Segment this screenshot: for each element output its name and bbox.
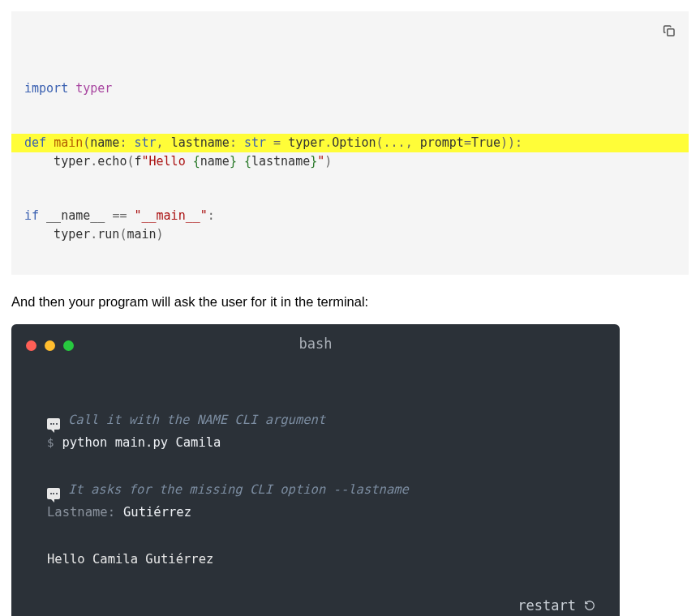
terminal-command-line: $ python main.py Camila	[47, 433, 584, 452]
terminal-output: Hello Camila Gutiérrez	[47, 550, 213, 569]
code-line: typer.run(main)	[11, 225, 689, 244]
window-controls	[26, 340, 74, 351]
minimize-dot-icon	[45, 340, 55, 351]
prompt-symbol: $	[47, 434, 54, 452]
code-line	[11, 170, 689, 189]
terminal-title: bash	[299, 333, 333, 354]
code-line	[11, 116, 689, 135]
python-code-block: import typerdef main(name: str, lastname…	[11, 11, 689, 275]
comment-icon	[47, 418, 60, 430]
close-dot-icon	[26, 340, 37, 351]
code-line: if __name__ == "__main__":	[11, 207, 689, 225]
code-line: typer.echo(f"Hello {name} {lastname}")	[11, 152, 689, 171]
copy-button[interactable]	[658, 19, 681, 42]
comment-icon	[47, 488, 60, 499]
terminal-comment: Call it with the NAME CLI argument	[68, 410, 325, 430]
terminal-titlebar: bash	[11, 324, 620, 365]
svg-rect-0	[668, 29, 674, 36]
terminal-footer: restart	[11, 592, 620, 616]
code-line: def main(name: str, lastname: str = type…	[11, 134, 689, 152]
terminal-prompt-line: Lastname: Gutiérrez	[47, 503, 584, 522]
prompt-label: Lastname:	[47, 503, 115, 522]
maximize-dot-icon	[63, 340, 74, 351]
terminal-comment-line: It asks for the missing CLI option --las…	[47, 480, 584, 499]
code-line	[11, 97, 689, 116]
terminal-comment: It asks for the missing CLI option --las…	[68, 480, 409, 499]
user-input: Gutiérrez	[123, 503, 191, 522]
terminal-body: Call it with the NAME CLI argument $ pyt…	[11, 365, 620, 592]
restart-icon	[584, 600, 595, 611]
code-line: import typer	[11, 79, 689, 98]
terminal-comment-line: Call it with the NAME CLI argument	[47, 410, 584, 430]
terminal-command: python main.py Camila	[62, 433, 221, 452]
restart-button[interactable]: restart	[517, 595, 595, 616]
terminal-output-line: Hello Camila Gutiérrez	[47, 550, 584, 569]
code-content: import typerdef main(name: str, lastname…	[11, 79, 689, 244]
prose-text: And then your program will ask the user …	[11, 294, 689, 310]
copy-icon	[662, 24, 676, 38]
code-line	[11, 189, 689, 207]
terminal-window: bash Call it with the NAME CLI argument …	[11, 324, 620, 617]
restart-label: restart	[517, 595, 576, 616]
